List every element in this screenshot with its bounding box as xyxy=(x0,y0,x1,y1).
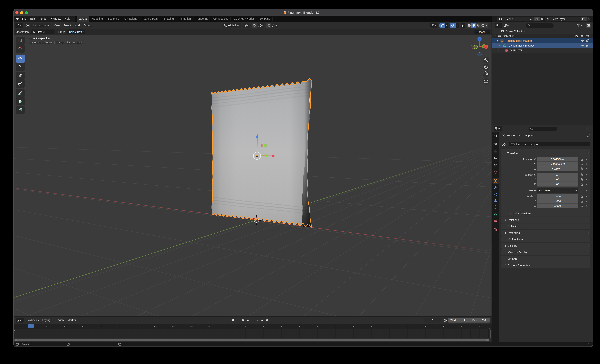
svg-text:Z: Z xyxy=(479,38,480,40)
svg-text:X: X xyxy=(485,45,487,48)
